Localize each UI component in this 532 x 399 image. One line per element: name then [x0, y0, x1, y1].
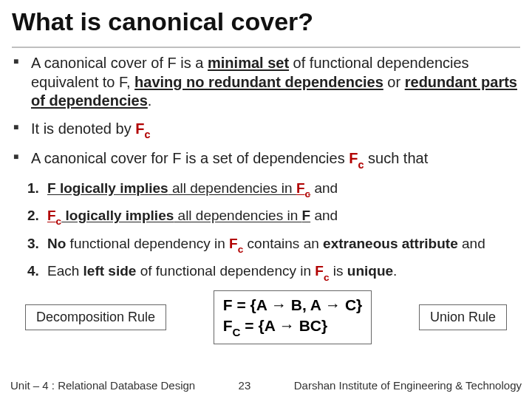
text: It is denoted by: [31, 120, 135, 137]
slide: What is canonical cover? A canonical cov…: [0, 0, 532, 344]
f: F: [349, 150, 358, 166]
footer-left: Unit – 4 : Relational Database Design: [10, 379, 195, 392]
num-4: Each left side of functional dependency …: [43, 262, 520, 283]
sub-c: c: [144, 129, 150, 140]
footer: Unit – 4 : Relational Database Design 23…: [0, 375, 532, 399]
num-2: Fc logically implies all dependencies in…: [43, 207, 520, 228]
sub-c: c: [56, 216, 62, 227]
text: = {A → BC}: [241, 317, 328, 334]
text: No: [47, 236, 66, 251]
num-1: F logically implies all dependencies in …: [43, 180, 520, 200]
rule-row: Decomposition Rule F = {A → B, A → C} FC…: [25, 290, 507, 344]
text: Each: [47, 263, 83, 279]
text: and: [310, 208, 338, 223]
text: and: [310, 180, 338, 196]
text: and: [458, 236, 485, 251]
page-number: 23: [239, 379, 251, 392]
text: A canonical cover for F is a set of depe…: [31, 150, 349, 166]
f: F: [315, 263, 324, 279]
text: all dependencies in: [174, 208, 301, 223]
f: F: [135, 120, 144, 137]
text: functional dependency in: [66, 236, 229, 251]
bullet-list: A canonical cover of F is a minimal set …: [12, 54, 520, 171]
text: is: [330, 263, 347, 279]
fc: Fc: [315, 263, 329, 279]
decomposition-rule-box: Decomposition Rule: [25, 304, 166, 330]
fd-fc: FC = {A → BC}: [223, 316, 362, 339]
text: or: [383, 74, 405, 90]
f: F: [47, 208, 56, 223]
unique: unique: [347, 263, 393, 279]
text: F logically implies: [47, 180, 168, 196]
fd-box: F = {A → B, A → C} FC = {A → BC}: [214, 290, 372, 344]
fc-symbol: Fc: [349, 150, 364, 166]
sub-c: c: [305, 188, 311, 200]
extraneous: extraneous attribute: [323, 236, 458, 251]
text: such that: [364, 150, 428, 166]
bullet-2: It is denoted by Fc: [31, 120, 520, 140]
bullet-3: A canonical cover for F is a set of depe…: [31, 149, 520, 170]
text: of functional dependency in: [136, 263, 315, 279]
text: contains an: [243, 236, 323, 251]
sub-c: c: [238, 244, 244, 255]
fc: Fc: [296, 180, 310, 196]
bullet-1: A canonical cover of F is a minimal set …: [31, 54, 520, 111]
slide-title: What is canonical cover?: [12, 7, 520, 39]
f: F: [223, 317, 233, 334]
fd-f: F = {A → B, A → C}: [223, 295, 362, 316]
numbered-list: F logically implies all dependencies in …: [12, 180, 520, 283]
text: .: [393, 263, 397, 279]
no-redundant: having no redundant dependencies: [134, 74, 383, 90]
f: F: [229, 236, 238, 251]
f-bold: F: [302, 208, 311, 223]
left-side: left side: [83, 263, 137, 279]
fc: Fc: [229, 236, 243, 251]
title-underline: [12, 47, 520, 48]
sub-c: C: [233, 326, 241, 338]
fc-symbol: Fc: [135, 120, 150, 137]
text: .: [148, 92, 152, 109]
num-3: No functional dependency in Fc contains …: [43, 235, 520, 256]
union-rule-box: Union Rule: [419, 304, 507, 330]
f: F: [296, 180, 305, 196]
text: A canonical cover of F is a: [31, 55, 208, 71]
footer-right: Darshan Institute of Engineering & Techn…: [294, 379, 522, 392]
sub-c: c: [324, 272, 330, 283]
minimal-set: minimal set: [208, 55, 289, 71]
text: logically implies: [61, 208, 174, 223]
sub-c: c: [358, 159, 364, 171]
fc: Fc: [47, 208, 61, 223]
text: all dependencies in: [168, 180, 296, 196]
